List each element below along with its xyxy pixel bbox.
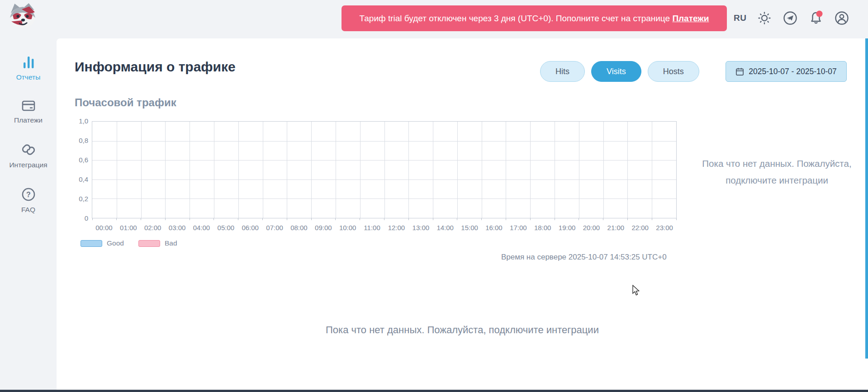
gridline-vertical (287, 122, 287, 218)
trial-banner-text: Тариф trial будет отключен через 3 дня (… (360, 14, 673, 24)
sidebar-item-integration[interactable]: Интеграция (0, 142, 57, 169)
section-title: Почасовой трафик (75, 96, 176, 109)
y-axis-label: 1,0 (66, 117, 88, 125)
x-axis-label: 05:00 (218, 224, 235, 231)
x-axis-label: 16:00 (485, 224, 503, 231)
gridline-vertical (408, 122, 409, 218)
axis-tick (311, 218, 312, 220)
calendar-icon (735, 67, 744, 76)
axis-tick (433, 218, 433, 220)
chart-legend: GoodBad (81, 239, 187, 247)
trial-banner: Тариф trial будет отключен через 3 дня (… (342, 5, 727, 31)
gridline-horizontal (92, 160, 676, 161)
gridline-vertical (579, 122, 579, 218)
bar-chart-icon (21, 56, 36, 71)
sidebar-item-label: Отчеты (16, 73, 41, 81)
tab-hosts[interactable]: Hosts (648, 61, 699, 82)
sidebar-item-payments[interactable]: Платежи (0, 99, 57, 124)
axis-tick (603, 218, 603, 220)
y-axis-label: 0 (66, 214, 88, 222)
axis-tick (384, 218, 384, 220)
gridline-vertical (482, 122, 482, 218)
gridline-vertical (506, 122, 506, 218)
sidebar-item-label: Платежи (14, 116, 43, 124)
x-axis-label: 01:00 (120, 224, 137, 231)
x-axis-label: 17:00 (510, 224, 527, 231)
y-axis-label: 0,4 (66, 175, 88, 183)
axis-tick (555, 218, 555, 220)
gridline-vertical (457, 122, 458, 218)
sidebar-item-reports[interactable]: Отчеты (0, 56, 57, 81)
date-range-picker[interactable]: 2025-10-07 - 2025-10-07 (726, 61, 847, 82)
gridline-vertical (384, 122, 385, 218)
x-axis-label: 03:00 (169, 224, 186, 231)
gridline-vertical (433, 122, 433, 218)
axis-tick (457, 218, 457, 220)
y-axis-label: 0,6 (66, 156, 88, 164)
notification-dot (816, 11, 823, 17)
x-axis-label: 22:00 (631, 224, 649, 231)
sidebar-item-label: FAQ (21, 206, 35, 214)
axis-tick (287, 218, 287, 220)
gridline-vertical (311, 122, 312, 218)
theme-sun-icon[interactable] (757, 10, 772, 26)
x-axis-label: 07:00 (266, 224, 283, 231)
axis-tick (530, 218, 531, 220)
tab-visits[interactable]: Visits (591, 61, 641, 82)
axis-tick (141, 218, 141, 220)
gridline-vertical (555, 122, 555, 218)
gridline-vertical (214, 122, 214, 218)
gridline-vertical (652, 122, 652, 218)
x-axis-label: 12:00 (388, 224, 405, 231)
raccoon-logo[interactable] (7, 3, 38, 29)
axis-tick (408, 218, 409, 220)
x-axis-label: 09:00 (315, 224, 332, 231)
x-axis-label: 13:00 (413, 224, 430, 231)
notifications-bell-icon[interactable] (808, 10, 824, 26)
gridline-horizontal (92, 198, 676, 199)
y-axis-label: 0,8 (66, 137, 88, 144)
x-axis-label: 10:00 (339, 224, 356, 231)
gridline-vertical (238, 122, 239, 218)
gridline-vertical (530, 122, 531, 218)
axis-tick (165, 218, 166, 220)
axis-tick (481, 218, 482, 220)
sidebar-item-faq[interactable]: ?FAQ (0, 187, 57, 214)
legend-label: Bad (165, 239, 177, 247)
tab-hits[interactable]: Hits (540, 61, 585, 82)
gridline-vertical (190, 122, 190, 218)
header-controls: RU (734, 8, 849, 28)
axis-tick (92, 218, 93, 220)
mouse-cursor (632, 285, 640, 297)
x-axis-label: 00:00 (95, 224, 113, 231)
vertical-scrollbar-thumb[interactable] (865, 38, 868, 359)
x-axis-label: 19:00 (559, 224, 576, 231)
gridline-horizontal (92, 179, 676, 180)
x-axis-label: 14:00 (436, 224, 454, 231)
gridline-vertical (141, 122, 142, 218)
x-axis-label: 04:00 (193, 224, 210, 231)
main-content: Информация о трафике HitsVisitsHosts 202… (57, 38, 868, 390)
gridline-vertical (627, 122, 628, 218)
x-axis-label: 02:00 (144, 224, 161, 231)
telegram-icon[interactable] (783, 10, 798, 26)
bottom-bar (0, 390, 868, 392)
x-axis-label: 20:00 (583, 224, 600, 231)
gridline-vertical (360, 122, 360, 218)
raccoon-logo-image (7, 3, 38, 29)
sidebar: ОтчетыПлатежиИнтеграция?FAQ (0, 38, 57, 392)
svg-text:?: ? (26, 191, 31, 198)
account-icon[interactable] (834, 10, 849, 26)
credit-card-icon (21, 99, 36, 114)
chart-plot-area (92, 121, 677, 218)
gridline-vertical (165, 122, 166, 218)
language-switcher[interactable]: RU (734, 13, 746, 23)
page-title: Информация о трафике (75, 59, 236, 75)
axis-tick (360, 218, 360, 220)
x-axis-label: 11:00 (364, 224, 380, 231)
legend-label: Good (107, 239, 124, 247)
gridline-vertical (263, 122, 263, 218)
legend-swatch-good (81, 240, 102, 247)
gridline-vertical (603, 122, 604, 218)
payments-link[interactable]: Платежи (672, 14, 709, 24)
